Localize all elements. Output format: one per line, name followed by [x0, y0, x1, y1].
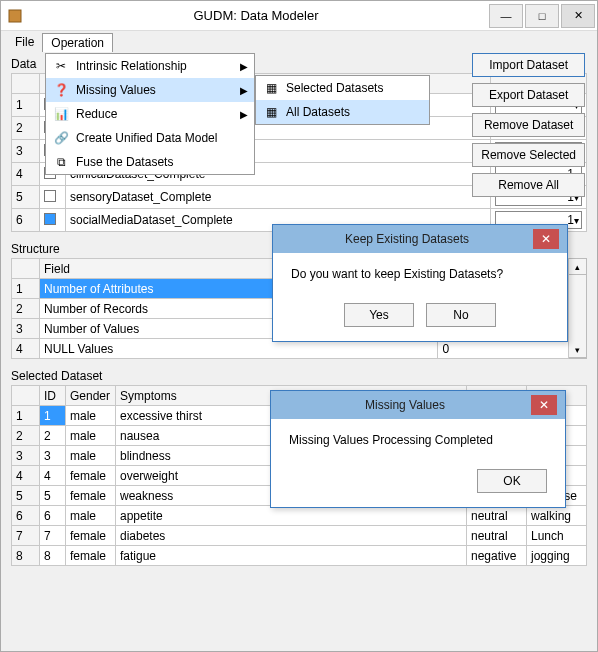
scroll-up-icon[interactable]: ▴: [569, 259, 586, 275]
window-controls: — □ ✕: [489, 4, 597, 28]
question-icon: ❓: [52, 82, 70, 98]
menu-label: Intrinsic Relationship: [76, 59, 187, 73]
gender-cell: male: [66, 506, 116, 526]
content-area: ✂ Intrinsic Relationship ▶ ❓ Missing Val…: [1, 53, 597, 651]
menu-label: Fuse the Datasets: [76, 155, 173, 169]
table-row[interactable]: 77femalediabetesneutralLunch: [12, 526, 587, 546]
dialog-titlebar: Keep Existing Datasets ✕: [273, 225, 567, 253]
row-number: 5: [12, 186, 40, 209]
no-button[interactable]: No: [426, 303, 496, 327]
menu-file[interactable]: File: [7, 33, 42, 51]
table-row[interactable]: 88femalefatiguenegativejogging: [12, 546, 587, 566]
chevron-right-icon: ▶: [240, 85, 248, 96]
dialog-title: Missing Values: [279, 398, 531, 412]
sentiment-cell: neutral: [467, 506, 527, 526]
row-number: 6: [12, 506, 40, 526]
id-cell: 1: [40, 406, 66, 426]
yes-button[interactable]: Yes: [344, 303, 414, 327]
remove-all-button[interactable]: Remove All: [472, 173, 585, 197]
scissors-icon: ✂: [52, 58, 70, 74]
symptoms-cell: fatigue: [116, 546, 467, 566]
remove-dataset-button[interactable]: Remove Dataset: [472, 113, 585, 137]
gender-cell: female: [66, 486, 116, 506]
id-cell: 6: [40, 506, 66, 526]
chart-icon: 📊: [52, 106, 70, 122]
menu-intrinsic-relationship[interactable]: ✂ Intrinsic Relationship ▶: [46, 54, 254, 78]
svg-rect-0: [9, 10, 21, 22]
symptoms-cell: diabetes: [116, 526, 467, 546]
merge-icon: ⧉: [52, 154, 70, 170]
id-cell: 8: [40, 546, 66, 566]
id-cell: 7: [40, 526, 66, 546]
selected-dataset-section-label: Selected Dataset: [11, 369, 587, 383]
gender-cell: female: [66, 526, 116, 546]
id-cell: 2: [40, 426, 66, 446]
close-button[interactable]: ✕: [561, 4, 595, 28]
row-number: 2: [12, 299, 40, 319]
menu-reduce[interactable]: 📊 Reduce ▶: [46, 102, 254, 126]
row-number: 8: [12, 546, 40, 566]
menu-label: All Datasets: [286, 105, 350, 119]
minimize-button[interactable]: —: [489, 4, 523, 28]
chevron-right-icon: ▶: [240, 109, 248, 120]
table-row[interactable]: 66maleappetiteneutralwalking: [12, 506, 587, 526]
menubar: File Operation: [1, 31, 597, 53]
menu-label: Create Unified Data Model: [76, 131, 217, 145]
row-number: 3: [12, 446, 40, 466]
grid-icon: ▦: [262, 104, 280, 120]
dialog-close-button[interactable]: ✕: [531, 395, 557, 415]
ok-button[interactable]: OK: [477, 469, 547, 493]
row-number: 2: [12, 426, 40, 446]
grid-icon: ▦: [262, 80, 280, 96]
menu-missing-values[interactable]: ❓ Missing Values ▶: [46, 78, 254, 102]
row-number: 3: [12, 140, 40, 163]
gender-cell: female: [66, 546, 116, 566]
row-number: 5: [12, 486, 40, 506]
export-dataset-button[interactable]: Export Dataset: [472, 83, 585, 107]
menu-operation[interactable]: Operation: [42, 33, 113, 52]
maximize-button[interactable]: □: [525, 4, 559, 28]
dialog-close-button[interactable]: ✕: [533, 229, 559, 249]
menu-label: Missing Values: [76, 83, 156, 97]
window-title: GUDM: Data Modeler: [23, 8, 489, 23]
sentiment-cell: neutral: [467, 526, 527, 546]
menu-label: Reduce: [76, 107, 117, 121]
id-cell: 4: [40, 466, 66, 486]
row-number: 1: [12, 279, 40, 299]
menu-fuse-datasets[interactable]: ⧉ Fuse the Datasets: [46, 150, 254, 174]
gender-cell: female: [66, 466, 116, 486]
missing-values-dialog: Missing Values ✕ Missing Values Processi…: [270, 390, 566, 508]
missing-values-submenu: ▦ Selected Datasets ▦ All Datasets: [255, 75, 430, 125]
row-number: 4: [12, 163, 40, 186]
link-icon: 🔗: [52, 130, 70, 146]
import-dataset-button[interactable]: Import Dataset: [472, 53, 585, 77]
row-number: 3: [12, 319, 40, 339]
keep-existing-dialog: Keep Existing Datasets ✕ Do you want to …: [272, 224, 568, 342]
dialog-titlebar: Missing Values ✕: [271, 391, 565, 419]
row-number: 4: [12, 466, 40, 486]
menu-create-unified[interactable]: 🔗 Create Unified Data Model: [46, 126, 254, 150]
activity-cell: walking: [527, 506, 587, 526]
menu-label: Selected Datasets: [286, 81, 383, 95]
activity-cell: Lunch: [527, 526, 587, 546]
row-number: 4: [12, 339, 40, 359]
sentiment-cell: negative: [467, 546, 527, 566]
dataset-name: sensoryDataset_Complete: [66, 186, 491, 209]
structure-scrollbar[interactable]: ▴ ▾: [569, 258, 587, 359]
remove-selected-button[interactable]: Remove Selected: [472, 143, 585, 167]
row-number: 2: [12, 117, 40, 140]
dialog-message: Missing Values Processing Completed: [271, 419, 565, 461]
col-id: ID: [40, 386, 66, 406]
gender-cell: male: [66, 446, 116, 466]
chevron-down-icon: ▾: [574, 215, 579, 226]
operation-dropdown: ✂ Intrinsic Relationship ▶ ❓ Missing Val…: [45, 53, 255, 175]
row-number: 7: [12, 526, 40, 546]
col-gender: Gender: [66, 386, 116, 406]
gender-cell: male: [66, 426, 116, 446]
row-checkbox[interactable]: [40, 186, 66, 209]
submenu-all-datasets[interactable]: ▦ All Datasets: [256, 100, 429, 124]
submenu-selected-datasets[interactable]: ▦ Selected Datasets: [256, 76, 429, 100]
row-checkbox[interactable]: [40, 209, 66, 232]
row-number: 6: [12, 209, 40, 232]
scroll-down-icon[interactable]: ▾: [569, 342, 586, 358]
